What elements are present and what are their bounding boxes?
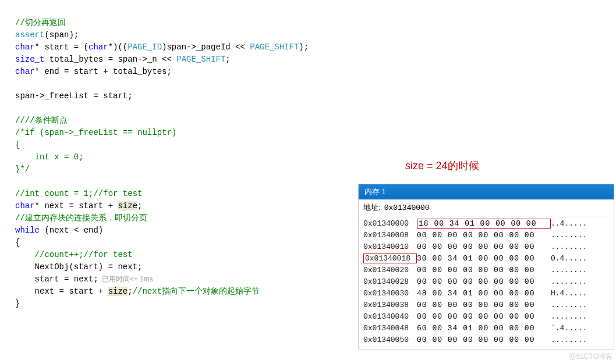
- memory-row-hex: 00 00 00 00 00 00 00 00: [417, 336, 551, 344]
- code-kw: size_t: [15, 55, 44, 64]
- code-text: }: [15, 299, 20, 308]
- memory-row: 0x0134004860 00 34 01 00 00 00 00`.4....…: [363, 322, 609, 334]
- code-text: {: [15, 238, 20, 247]
- code-text: ;: [225, 55, 230, 64]
- memory-row-hex: 60 00 34 01 00 00 00 00: [417, 324, 551, 333]
- memory-row-ascii: ..4.....: [551, 219, 587, 228]
- memory-row-ascii: ........: [551, 301, 587, 309]
- memory-row-ascii: ........: [551, 231, 587, 240]
- code-text: span->_freeList = start;: [15, 91, 133, 101]
- memory-row-address: 0x01340010: [363, 242, 417, 251]
- code-blank: [15, 104, 20, 113]
- code-highlight: size: [108, 287, 128, 296]
- code-blank: [15, 79, 20, 88]
- memory-row-hex: 48 00 34 01 00 00 00 00: [417, 289, 551, 298]
- memory-window: 内存 1 地址: 0x0134000018 00 34 01 00 00 00 …: [358, 184, 614, 349]
- code-kw: char: [15, 67, 35, 76]
- memory-row-ascii: H.4.....: [551, 289, 587, 298]
- memory-row-ascii: ........: [551, 312, 587, 321]
- memory-window-title: 内存 1: [359, 184, 614, 199]
- memory-row: 0x0134004000 00 00 00 00 00 00 00.......…: [363, 311, 609, 322]
- code-comment: /*if (span->_freeList == nullptr): [15, 128, 176, 137]
- code-macro: PAGE_ID: [128, 42, 162, 52]
- memory-row-address: 0x01340040: [363, 312, 417, 321]
- code-kw: char: [88, 42, 108, 52]
- memory-row-hex: 00 00 00 00 00 00 00 00: [417, 277, 551, 286]
- code-text: next = start +: [15, 287, 108, 296]
- code-comment: //int count = 1;//for test: [15, 189, 142, 198]
- code-macro: PAGE_SHIFT: [176, 55, 225, 64]
- memory-row-address: 0x01340020: [363, 266, 417, 274]
- code-text: * start = (: [35, 42, 88, 52]
- memory-row-ascii: ........: [551, 277, 587, 286]
- code-comment: {: [15, 140, 20, 149]
- code-comment: //切分再返回: [15, 18, 66, 27]
- code-comment: //建立内存块的连接关系，即切分页: [15, 213, 147, 223]
- code-text: total_bytes = span->_n <<: [44, 55, 176, 64]
- memory-row-hex: 18 00 34 01 00 00 00 00: [417, 219, 551, 229]
- code-blank: [15, 177, 20, 186]
- code-text: NextObj(start) = next;: [15, 262, 142, 272]
- code-text: *)((: [108, 42, 128, 52]
- memory-row-hex: 00 00 00 00 00 00 00 00: [417, 231, 551, 240]
- memory-row-address: 0x01340050: [363, 336, 417, 344]
- memory-body: 0x0134000018 00 34 01 00 00 00 00..4....…: [359, 216, 614, 349]
- memory-row-address: 0x01340018: [363, 254, 417, 263]
- watermark: @51CTO博客: [569, 352, 613, 362]
- memory-row-hex: 30 00 34 01 00 00 00 00: [417, 254, 551, 263]
- code-text: ;: [128, 287, 132, 296]
- code-kw: while: [15, 226, 40, 235]
- memory-row: 0x0134000018 00 34 01 00 00 00 00..4....…: [363, 217, 609, 229]
- code-func: assert: [15, 30, 44, 40]
- code-text: );: [299, 42, 309, 52]
- code-comment: int x = 0;: [15, 152, 84, 162]
- code-macro: PAGE_SHIFT: [250, 42, 299, 52]
- code-text: (span);: [44, 30, 79, 40]
- memory-row: 0x0134001830 00 34 01 00 00 00 000.4....…: [363, 252, 609, 264]
- memory-row-hex: 00 00 00 00 00 00 00 00: [417, 242, 551, 251]
- memory-row-ascii: ........: [551, 266, 587, 274]
- memory-row: 0x0134005000 00 00 00 00 00 00 00.......…: [363, 334, 609, 345]
- code-text: * next = start +: [35, 201, 118, 210]
- memory-row-ascii: ........: [551, 336, 587, 344]
- code-text: ;: [137, 201, 142, 210]
- code-highlight: size: [118, 201, 137, 210]
- code-text: )span->_pageId <<: [162, 42, 250, 52]
- memory-row-ascii: `.4.....: [551, 324, 587, 333]
- memory-row-ascii: ........: [551, 242, 587, 251]
- memory-row-address: 0x01340038: [363, 301, 417, 309]
- memory-address-label: 地址:: [363, 202, 381, 213]
- memory-row-address: 0x01340048: [363, 324, 417, 333]
- memory-row: 0x0134003048 00 34 01 00 00 00 00H.4....…: [363, 287, 609, 299]
- code-kw: char: [15, 42, 35, 52]
- memory-address-bar: 地址:: [359, 199, 614, 216]
- perf-hint: 已用时间<= 1ms: [102, 275, 153, 283]
- memory-row-address: 0x01340008: [363, 231, 417, 240]
- memory-row: 0x0134002000 00 00 00 00 00 00 00.......…: [363, 264, 609, 276]
- code-text: start = next;: [15, 274, 98, 284]
- memory-row-address: 0x01340030: [363, 289, 417, 298]
- memory-row-hex: 00 00 00 00 00 00 00 00: [417, 312, 551, 321]
- code-comment: }*/: [15, 165, 30, 174]
- code-comment: //next指向下一个对象的起始字节: [133, 287, 260, 296]
- memory-row-address: 0x01340028: [363, 277, 417, 286]
- memory-row: 0x0134003800 00 00 00 00 00 00 00.......…: [363, 299, 609, 311]
- memory-row-ascii: 0.4.....: [551, 254, 587, 263]
- code-comment: //count++;//for test: [15, 250, 133, 259]
- memory-row-hex: 00 00 00 00 00 00 00 00: [417, 301, 551, 309]
- annotation-text: size = 24的时候: [405, 159, 479, 173]
- memory-address-input[interactable]: [384, 204, 489, 212]
- code-comment: ////条件断点: [15, 116, 68, 125]
- memory-row: 0x0134000800 00 00 00 00 00 00 00.......…: [363, 229, 609, 241]
- memory-row-hex: 00 00 00 00 00 00 00 00: [417, 266, 551, 274]
- code-kw: char: [15, 201, 35, 210]
- memory-row-address: 0x01340000: [363, 219, 417, 228]
- code-text: (next < end): [40, 226, 103, 235]
- code-text: * end = start + total_bytes;: [35, 67, 172, 76]
- memory-row: 0x0134001000 00 00 00 00 00 00 00.......…: [363, 241, 609, 252]
- memory-row: 0x0134002800 00 00 00 00 00 00 00.......…: [363, 276, 609, 287]
